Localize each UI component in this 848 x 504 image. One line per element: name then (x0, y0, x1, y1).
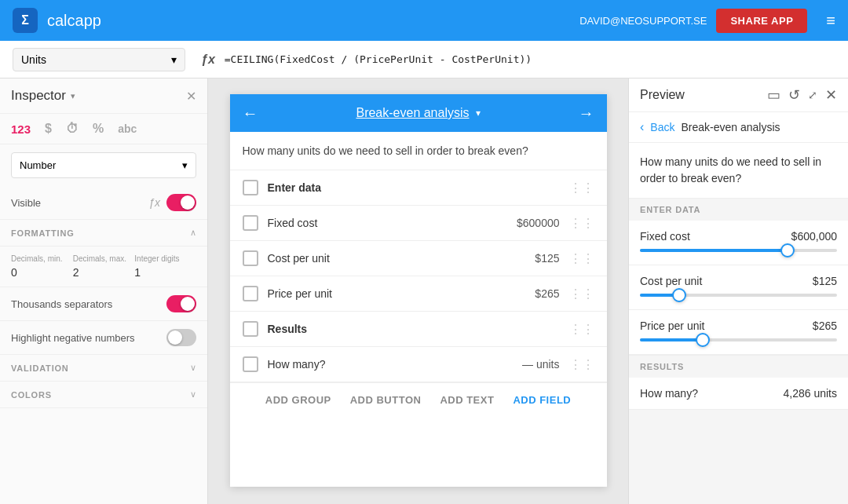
add-field-button[interactable]: ADD FIELD (513, 394, 571, 406)
number-type-icon[interactable]: 123 (11, 122, 31, 136)
table-row: Results ⋮⋮ (230, 312, 607, 347)
row-label-3: Price per unit (268, 287, 526, 300)
preview-panel: Preview ▭ ↺ ⤢ ✕ ‹ Back Break-even analys… (628, 79, 848, 504)
preview-external-icon[interactable]: ⤢ (808, 89, 817, 101)
preview-mobile-icon[interactable]: ▭ (767, 86, 780, 104)
inspector-close-icon[interactable]: ✕ (186, 89, 196, 104)
preview-back-label[interactable]: Back (650, 121, 674, 133)
visible-row: Visible ƒx (0, 186, 207, 220)
row-label-1: Fixed cost (268, 217, 507, 229)
inspector-title-row: Inspector ▾ (11, 88, 75, 104)
preview-close-icon[interactable]: ✕ (825, 86, 837, 104)
thousands-row: Thousands separators (0, 287, 207, 321)
thousands-toggle[interactable] (166, 295, 196, 312)
row-value-5: — units (522, 358, 559, 371)
colors-label: COLORS (11, 390, 52, 400)
canvas-title-wrap: Break-even analysis ▾ (356, 106, 480, 120)
formula-text[interactable]: =CEILING(FixedCost / (PricePerUnit - Cos… (225, 53, 532, 65)
preview-slider-item: Price per unit $265 (629, 310, 848, 355)
canvas-prev-arrow[interactable]: ← (243, 104, 258, 122)
canvas-next-arrow[interactable]: → (578, 104, 594, 122)
preview-result-row-0: How many? 4,286 units (640, 387, 837, 400)
inspector-panel: Inspector ▾ ✕ 123 $ ⏱ % abc Number ▾ Vis… (0, 79, 208, 504)
visible-fx-icon[interactable]: ƒx (148, 196, 160, 209)
logo-letter: Σ (21, 13, 29, 27)
row-checkbox-4[interactable] (243, 321, 258, 337)
validation-section-header[interactable]: VALIDATION ∨ (0, 355, 207, 382)
preview-result-item: How many? 4,286 units (629, 378, 848, 410)
table-row: Fixed cost $600000 ⋮⋮ (230, 206, 607, 241)
row-value-3: $265 (535, 287, 559, 300)
thousands-label: Thousands separators (11, 298, 112, 310)
preview-back-arrow[interactable]: ‹ (640, 120, 644, 134)
preview-item-row-2: Price per unit $265 (640, 320, 837, 332)
preview-content: How many units do we need to sell in ord… (629, 143, 848, 504)
slider-track-0[interactable] (640, 249, 837, 252)
currency-type-icon[interactable]: $ (45, 122, 52, 136)
preview-result-label-0: How many? (640, 387, 698, 400)
nav-email: DAVID@NEOSUPPORT.SE (579, 15, 707, 27)
hamburger-icon[interactable]: ≡ (826, 12, 835, 30)
decimals-min-value[interactable]: 0 (11, 266, 73, 279)
preview-item-value-1: $125 (813, 275, 837, 287)
canvas-footer: ADD GROUP ADD BUTTON ADD TEXT ADD FIELD (230, 382, 607, 417)
colors-section-header[interactable]: COLORS ∨ (0, 382, 207, 408)
slider-track-2[interactable] (640, 338, 837, 341)
row-checkbox-1[interactable] (243, 215, 258, 231)
decimals-max-cell: Decimals, max. 2 (73, 254, 135, 279)
preview-enter-data-label: ENTER DATA (629, 199, 848, 221)
add-group-button[interactable]: ADD GROUP (265, 394, 331, 406)
units-dropdown[interactable]: Units ▾ (13, 48, 185, 71)
text-type-icon[interactable]: abc (118, 122, 137, 135)
drag-handle-1[interactable]: ⋮⋮ (569, 216, 594, 231)
row-checkbox-0[interactable] (243, 180, 258, 195)
decimals-max-value[interactable]: 2 (73, 266, 135, 279)
drag-handle-2[interactable]: ⋮⋮ (569, 251, 594, 266)
drag-handle-4[interactable]: ⋮⋮ (569, 322, 594, 337)
row-checkbox-3[interactable] (243, 286, 258, 301)
slider-thumb-0[interactable] (780, 243, 795, 257)
slider-track-1[interactable] (640, 294, 837, 297)
number-dropdown-arrow: ▾ (182, 159, 188, 171)
clock-type-icon[interactable]: ⏱ (66, 122, 79, 136)
row-checkbox-5[interactable] (243, 356, 258, 372)
top-nav: Σ calcapp DAVID@NEOSUPPORT.SE SHARE APP … (0, 0, 848, 41)
drag-handle-3[interactable]: ⋮⋮ (569, 287, 594, 301)
colors-chevron[interactable]: ∨ (190, 389, 196, 400)
preview-nav: ‹ Back Break-even analysis (629, 112, 848, 143)
slider-thumb-2[interactable] (696, 333, 710, 347)
integer-digits-value[interactable]: 1 (134, 266, 196, 279)
visible-label: Visible (11, 197, 41, 209)
logo-box: Σ (13, 8, 38, 33)
preview-header: Preview ▭ ↺ ⤢ ✕ (629, 79, 848, 112)
row-checkbox-2[interactable] (243, 250, 258, 266)
number-dropdown-label: Number (20, 159, 56, 171)
table-row: Cost per unit $125 ⋮⋮ (230, 241, 607, 276)
inspector-dropdown-arrow[interactable]: ▾ (71, 91, 75, 101)
inspector-title: Inspector (11, 88, 66, 104)
share-app-button[interactable]: SHARE APP (716, 9, 807, 33)
units-label: Units (21, 53, 46, 66)
formatting-chevron[interactable]: ∧ (190, 228, 196, 238)
number-type-dropdown[interactable]: Number ▾ (11, 152, 196, 178)
highlight-toggle[interactable] (166, 329, 196, 346)
validation-chevron[interactable]: ∨ (190, 363, 196, 373)
formula-bar: Units ▾ ƒx =CEILING(FixedCost / (PricePe… (0, 41, 848, 79)
row-value-2: $125 (535, 252, 559, 265)
canvas-title[interactable]: Break-even analysis (356, 106, 469, 120)
visible-toggle[interactable] (166, 194, 196, 211)
percent-type-icon[interactable]: % (93, 122, 104, 136)
drag-handle-0[interactable]: ⋮⋮ (569, 181, 594, 195)
add-text-button[interactable]: ADD TEXT (440, 394, 494, 406)
preview-item-label-1: Cost per unit (640, 275, 702, 287)
preview-refresh-icon[interactable]: ↺ (788, 86, 800, 104)
slider-thumb-1[interactable] (672, 288, 686, 302)
row-label-2: Cost per unit (268, 252, 526, 265)
add-button-button[interactable]: ADD BUTTON (350, 394, 422, 406)
preview-results-label: RESULTS (629, 356, 848, 378)
preview-item-row-1: Cost per unit $125 (640, 275, 837, 287)
canvas-title-arrow[interactable]: ▾ (476, 108, 481, 119)
table-row: Enter data ⋮⋮ (230, 170, 607, 206)
drag-handle-5[interactable]: ⋮⋮ (569, 357, 594, 372)
inspector-header: Inspector ▾ ✕ (0, 79, 207, 114)
